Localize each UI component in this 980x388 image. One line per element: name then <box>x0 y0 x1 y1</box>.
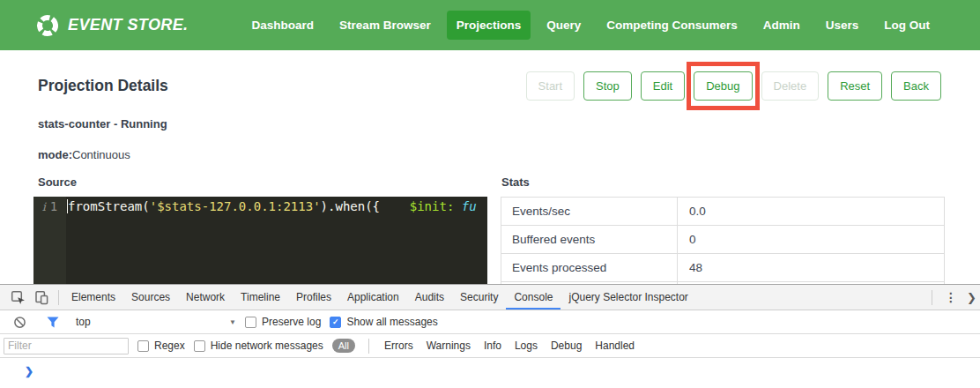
stats-table: Events/sec 0.0 Buffered events 0 Events … <box>501 197 945 285</box>
start-button[interactable]: Start <box>526 71 575 101</box>
filter-level-warnings[interactable]: Warnings <box>427 340 471 352</box>
devtools-tabbar-right: ⋮ ❯ <box>927 290 980 305</box>
close-icon[interactable]: ❯ <box>965 291 978 304</box>
code-plain: ).when({ <box>321 199 380 213</box>
console-prompt[interactable]: ❯ <box>0 358 980 377</box>
tab-security[interactable]: Security <box>452 285 506 310</box>
regex-checkbox[interactable]: Regex <box>137 340 185 352</box>
nav-items: Dashboard Stream Browser Projections Que… <box>242 11 939 40</box>
hide-network-messages-label: Hide network messages <box>211 340 323 352</box>
table-row: Events processed 48 <box>501 254 944 282</box>
preserve-log-checkbox[interactable]: Preserve log <box>245 316 321 328</box>
stop-button[interactable]: Stop <box>583 71 632 101</box>
mode-value: Continuous <box>72 148 130 161</box>
stat-name: Buffered events <box>501 226 678 253</box>
source-label: Source <box>38 175 487 189</box>
filter-level-logs[interactable]: Logs <box>515 340 538 352</box>
devtools-menu-icon[interactable]: ⋮ <box>937 290 965 304</box>
checkbox-unchecked <box>245 317 256 328</box>
stat-name: Events processed <box>501 254 678 281</box>
code-plain: fromStream( <box>68 199 150 213</box>
delete-button[interactable]: Delete <box>761 71 820 101</box>
devtools-panel: Elements Sources Network Timeline Profil… <box>0 284 980 388</box>
top-navbar: EVENT STORE. Dashboard Stream Browser Pr… <box>0 0 980 50</box>
line-number: 1 <box>50 199 57 213</box>
devtools-tabs: Elements Sources Network Timeline Profil… <box>63 285 696 310</box>
tab-application[interactable]: Application <box>339 285 407 310</box>
code-string: '$stats-127.0.0.1:2113' <box>150 199 321 213</box>
filter-input[interactable] <box>4 338 129 354</box>
stat-value: 0 <box>678 226 696 253</box>
nav-item-dashboard[interactable]: Dashboard <box>242 11 324 40</box>
tab-elements[interactable]: Elements <box>63 285 123 310</box>
devtools-tabbar: Elements Sources Network Timeline Profil… <box>0 285 980 310</box>
checkbox-checked: ✓ <box>330 317 341 328</box>
annotation-info-icon: i <box>42 200 46 213</box>
show-all-messages-label: Show all messages <box>346 316 437 328</box>
checkbox-unchecked <box>137 340 149 352</box>
separator <box>932 290 932 305</box>
nav-item-projections[interactable]: Projections <box>447 11 531 40</box>
show-all-messages-checkbox[interactable]: ✓ Show all messages <box>330 316 437 328</box>
tab-console[interactable]: Console <box>506 285 561 310</box>
nav-item-admin[interactable]: Admin <box>754 11 810 40</box>
execution-context-selector[interactable]: top ▼ <box>76 316 236 328</box>
tab-profiles[interactable]: Profiles <box>288 285 339 310</box>
filter-level-handled[interactable]: Handled <box>595 340 635 352</box>
nav-item-query[interactable]: Query <box>537 11 590 40</box>
console-prompt-icon: ❯ <box>25 365 33 377</box>
filter-icon[interactable] <box>41 311 64 333</box>
table-row: Events/sec 0.0 <box>501 198 944 226</box>
tab-jquery-selector-inspector[interactable]: jQuery Selector Inspector <box>561 285 695 310</box>
brand-link[interactable]: EVENT STORE. <box>35 13 189 38</box>
filter-level-errors[interactable]: Errors <box>384 340 413 352</box>
console-filter-bar: Regex Hide network messages All Errors W… <box>0 334 980 358</box>
filter-levels: Errors Warnings Info Logs Debug Handled <box>384 340 635 352</box>
debug-button[interactable]: Debug <box>694 71 752 101</box>
table-row: Buffered events 0 <box>501 226 944 254</box>
nav-item-users[interactable]: Users <box>816 11 869 40</box>
reset-button[interactable]: Reset <box>828 71 882 101</box>
device-toolbar-icon[interactable] <box>30 287 54 309</box>
projection-actions: Start Stop Edit Debug Delete Reset Back <box>526 71 941 101</box>
preserve-log-label: Preserve log <box>262 316 321 328</box>
separator <box>58 290 59 305</box>
filter-all-badge[interactable]: All <box>332 339 355 353</box>
code-key: $init: <box>410 199 455 213</box>
clear-console-icon[interactable] <box>8 311 32 333</box>
chevron-down-icon: ▼ <box>229 318 236 326</box>
hide-network-messages-checkbox[interactable]: Hide network messages <box>194 340 323 352</box>
page-title: Projection Details <box>38 77 168 95</box>
stat-value: 48 <box>678 254 702 281</box>
eventstore-logo-icon <box>35 13 60 38</box>
tab-audits[interactable]: Audits <box>407 285 452 310</box>
stats-label: Stats <box>501 175 945 189</box>
nav-item-logout[interactable]: Log Out <box>874 11 939 40</box>
separator <box>368 339 369 354</box>
nav-item-stream-browser[interactable]: Stream Browser <box>330 11 441 40</box>
tab-timeline[interactable]: Timeline <box>233 285 288 310</box>
code-keyword: fu <box>454 199 476 213</box>
edit-button[interactable]: Edit <box>641 71 685 101</box>
projection-name-status: stats-counter - Running <box>38 117 942 131</box>
console-toolbar: top ▼ Preserve log ✓ Show all messages <box>0 310 980 334</box>
tab-sources[interactable]: Sources <box>123 285 178 310</box>
brand-text: EVENT STORE. <box>68 16 189 34</box>
nav-item-competing-consumers[interactable]: Competing Consumers <box>597 11 747 40</box>
projection-mode: mode:Continuous <box>38 148 942 161</box>
regex-label: Regex <box>154 340 185 352</box>
mode-label: mode: <box>38 148 72 161</box>
filter-level-info[interactable]: Info <box>484 340 501 352</box>
back-button[interactable]: Back <box>891 71 941 101</box>
context-value: top <box>76 316 91 328</box>
tab-network[interactable]: Network <box>178 285 233 310</box>
inspect-element-icon[interactable] <box>6 287 30 309</box>
checkbox-unchecked <box>194 340 205 352</box>
code-whitespace <box>380 199 410 213</box>
stat-name: Events/sec <box>501 198 678 225</box>
page-header: Projection Details Start Stop Edit Debug… <box>38 68 941 103</box>
stat-value: 0.0 <box>678 198 706 225</box>
filter-level-debug[interactable]: Debug <box>551 340 582 352</box>
